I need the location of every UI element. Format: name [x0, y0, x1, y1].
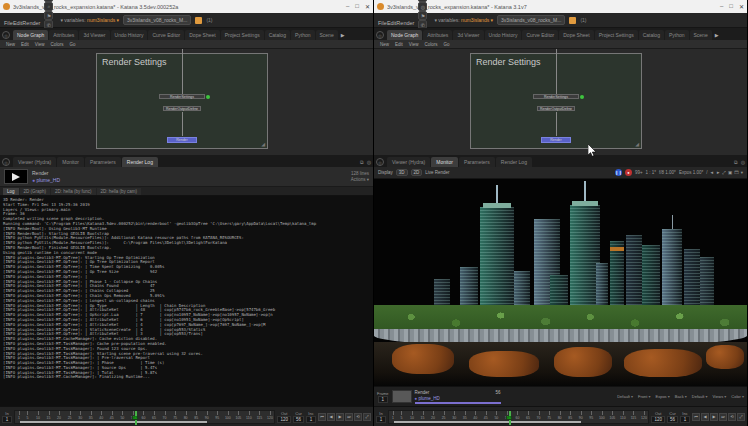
- main-tab[interactable]: Python: [291, 30, 315, 40]
- notification-icon[interactable]: [569, 17, 576, 24]
- nodegraph-menu-item[interactable]: New: [6, 42, 15, 47]
- main-tab[interactable]: 3d Viewer: [453, 30, 483, 40]
- catalog-thumbnail[interactable]: [392, 390, 412, 403]
- render-node[interactable]: Render: [541, 137, 571, 143]
- monitor-icon[interactable]: /: [706, 170, 707, 175]
- nodegraph-menu-item[interactable]: Edit: [395, 42, 403, 47]
- transport-button[interactable]: ⤢: [363, 413, 371, 421]
- render-log-output[interactable]: 3D Render: RenderStart Time: Fri Dec 13 …: [0, 196, 373, 406]
- monitor-dropdown[interactable]: Expos: [655, 394, 669, 399]
- timeline-scrollbar[interactable]: [20, 421, 207, 423]
- variables-dropdown[interactable]: ▾ variables: num3islands ▾: [434, 17, 493, 23]
- menu-item[interactable]: Render: [22, 20, 40, 26]
- monitor-icon[interactable]: ►: [716, 170, 720, 175]
- node-graph-canvas[interactable]: Render Settings RenderSettings RenderOut…: [374, 49, 747, 155]
- main-tab[interactable]: Scene: [316, 30, 338, 40]
- nodegraph-menu-item[interactable]: Go: [443, 42, 449, 47]
- renderoutput-node[interactable]: RenderOutputDefine: [537, 106, 575, 111]
- pane-corner-icon[interactable]: ◎: [367, 159, 371, 166]
- main-tab[interactable]: Project Settings: [595, 30, 638, 40]
- in-frame-field[interactable]: 1: [376, 416, 386, 423]
- transport-button[interactable]: ▶: [710, 413, 718, 421]
- group-resize-handle[interactable]: ◢: [635, 141, 639, 147]
- toolbar-icon[interactable]: ⚑: [418, 11, 427, 20]
- menu-item[interactable]: File: [4, 20, 13, 26]
- render-pass-name[interactable]: plume_HD: [415, 396, 501, 401]
- log-sub-tab[interactable]: Log: [3, 188, 19, 195]
- monitor-dropdown[interactable]: Back: [675, 394, 687, 399]
- monitor-dropdown[interactable]: Default: [617, 394, 633, 399]
- maximize-button[interactable]: □: [355, 3, 359, 10]
- zoom-level[interactable]: 1 : 1*: [646, 170, 657, 175]
- scene-file-tab[interactable]: 3v3islands_v08_rocks_M...: [123, 15, 191, 25]
- current-frame-field[interactable]: 56: [667, 416, 678, 423]
- timeline-scrollbar[interactable]: [394, 421, 581, 423]
- fstop-control[interactable]: f/8 1.00*: [659, 170, 676, 175]
- main-tab[interactable]: Dope Sheet: [185, 30, 219, 40]
- main-tab[interactable]: Node Graph: [387, 30, 422, 40]
- timeline-ruler[interactable]: 1510152025303540455055606570758085909510…: [388, 410, 649, 424]
- main-tab[interactable]: Curve Editor: [522, 30, 558, 40]
- nodegraph-menu-item[interactable]: New: [380, 42, 389, 47]
- pane-tab[interactable]: Viewer (Hydra): [387, 157, 430, 167]
- pane-menu-icon[interactable]: ◎: [2, 31, 10, 39]
- monitor-icon[interactable]: ▾: [741, 170, 743, 175]
- maximize-button[interactable]: □: [729, 3, 733, 10]
- main-tab[interactable]: Scene: [690, 30, 712, 40]
- toolbar-icon[interactable]: ◎: [418, 2, 427, 11]
- rendersettings-node[interactable]: RenderSettings: [159, 94, 205, 99]
- main-tab[interactable]: Undo History: [485, 30, 522, 40]
- transport-button[interactable]: ⟲: [728, 413, 736, 421]
- render-thumbnail[interactable]: [4, 169, 28, 184]
- more-tabs-icon[interactable]: ▶: [713, 30, 721, 40]
- view-2d-button[interactable]: 2D: [411, 169, 423, 176]
- in-frame-field[interactable]: 1: [2, 416, 12, 423]
- renderoutput-node[interactable]: RenderOutputDefine: [163, 106, 201, 111]
- pane-tab[interactable]: Parameters: [85, 157, 121, 167]
- transport-button[interactable]: ⏮: [318, 413, 326, 421]
- minimize-button[interactable]: –: [720, 3, 723, 10]
- main-tab[interactable]: Catalog: [639, 30, 664, 40]
- menu-item[interactable]: Render: [396, 20, 414, 26]
- nodegraph-menu-item[interactable]: Edit: [21, 42, 29, 47]
- pane-tab[interactable]: Monitor: [57, 157, 84, 167]
- menu-item[interactable]: File: [378, 20, 387, 26]
- node-graph-canvas[interactable]: Render Settings RenderSettings RenderOut…: [0, 49, 373, 155]
- pane-corner-icon[interactable]: ⧉: [734, 159, 738, 166]
- monitor-icon[interactable]: 🗖: [734, 170, 739, 175]
- monitor-viewport[interactable]: [374, 179, 747, 386]
- transport-button[interactable]: ⤢: [737, 413, 745, 421]
- menu-item[interactable]: Edit: [13, 20, 22, 26]
- pane-menu-icon[interactable]: ◎: [2, 158, 10, 166]
- live-render-label[interactable]: Live Render: [425, 170, 449, 175]
- pane-corner-icon[interactable]: ⧉: [360, 159, 364, 166]
- pane-tab[interactable]: Viewer (Hydra): [13, 157, 56, 167]
- render-settings-group[interactable]: Render Settings RenderSettings RenderOut…: [470, 53, 642, 149]
- render-name[interactable]: plume_HD: [32, 177, 347, 183]
- menu-item[interactable]: Edit: [387, 20, 396, 26]
- main-tab[interactable]: 3d Viewer: [79, 30, 109, 40]
- notification-icon[interactable]: [195, 17, 202, 24]
- titlebar[interactable]: 3v3islands_v08_rocks_expansion.katana* -…: [374, 0, 747, 13]
- render-settings-group[interactable]: Render Settings RenderSettings RenderOut…: [96, 53, 268, 149]
- nodegraph-menu-item[interactable]: Colors: [50, 42, 63, 47]
- nodegraph-menu-item[interactable]: Go: [69, 42, 75, 47]
- main-tab[interactable]: Project Settings: [221, 30, 264, 40]
- nodegraph-menu-item[interactable]: View: [409, 42, 419, 47]
- log-sub-tab[interactable]: 2D: hella (by cam): [97, 188, 142, 195]
- main-tab[interactable]: Dope Sheet: [559, 30, 593, 40]
- pane-menu-icon[interactable]: ◎: [376, 158, 384, 166]
- pause-render-icon[interactable]: ❙❙: [615, 169, 622, 176]
- toolbar-icon[interactable]: ⚑: [44, 11, 53, 20]
- transport-button[interactable]: ⏮: [692, 413, 700, 421]
- monitor-dropdown[interactable]: Views: [713, 394, 727, 399]
- transport-button[interactable]: ⟲: [354, 413, 362, 421]
- monitor-icon[interactable]: ⤢: [722, 170, 726, 175]
- close-button[interactable]: ✕: [739, 3, 744, 10]
- monitor-icon[interactable]: ◄: [709, 170, 713, 175]
- monitor-dropdown[interactable]: Front: [638, 394, 650, 399]
- transport-button[interactable]: ◀: [701, 413, 709, 421]
- transport-button[interactable]: ⏭: [719, 413, 727, 421]
- main-tab[interactable]: Python: [665, 30, 689, 40]
- timeline-ruler[interactable]: 1510152025303540455055606570758085909510…: [14, 410, 275, 424]
